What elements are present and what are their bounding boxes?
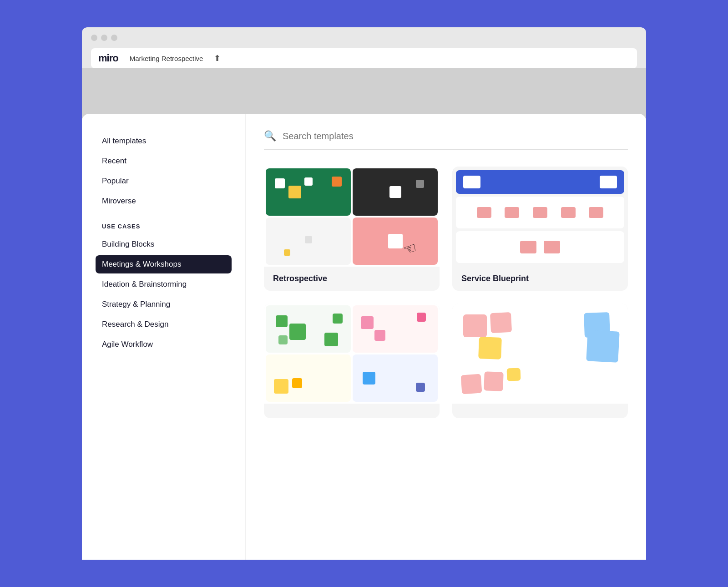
nav-all-templates[interactable]: All templates	[96, 132, 232, 150]
sidebar-item-building-blocks[interactable]: Building Blocks	[96, 235, 232, 253]
template-card-scatter[interactable]	[264, 304, 440, 418]
template-preview-scatter	[264, 304, 440, 404]
template-preview-service-blueprint	[452, 167, 628, 267]
template-preview-colorful	[452, 304, 628, 404]
template-label-scatter	[264, 404, 440, 418]
traffic-light-green[interactable]	[111, 35, 117, 41]
sidebar-item-research-design[interactable]: Research & Design	[96, 315, 232, 334]
search-input[interactable]	[283, 131, 628, 142]
miro-logo: miro	[98, 52, 118, 64]
sidebar-item-agile-workflow[interactable]: Agile Workflow	[96, 335, 232, 354]
template-card-colorful[interactable]	[452, 304, 628, 418]
traffic-light-red[interactable]	[91, 35, 97, 41]
search-icon: 🔍	[264, 130, 276, 142]
nav-recent[interactable]: Recent	[96, 152, 232, 170]
template-preview-retrospective: ☜	[264, 167, 440, 267]
main-panel: All templates Recent Popular Miroverse U…	[82, 114, 646, 560]
address-bar-divider	[124, 54, 124, 63]
template-label-service-blueprint: Service Blueprint	[452, 267, 628, 291]
template-label-retrospective: Retrospective	[264, 267, 440, 291]
browser-titlebar	[82, 27, 646, 48]
template-grid: ☜ Retrospective	[264, 167, 628, 418]
sidebar-item-strategy-planning[interactable]: Strategy & Planning	[96, 295, 232, 314]
nav-miroverse[interactable]: Miroverse	[96, 192, 232, 210]
template-label-colorful	[452, 404, 628, 418]
upload-icon[interactable]: ⬆	[214, 53, 221, 63]
content-area: 🔍	[246, 114, 646, 560]
traffic-light-yellow[interactable]	[101, 35, 107, 41]
browser-tab-title: Marketing Retrospective	[130, 55, 203, 62]
nav-popular[interactable]: Popular	[96, 172, 232, 190]
use-cases-heading: USE CASES	[102, 223, 232, 230]
search-bar: 🔍	[264, 130, 628, 150]
template-card-retrospective[interactable]: ☜ Retrospective	[264, 167, 440, 291]
sidebar-item-ideation-brainstorming[interactable]: Ideation & Brainstorming	[96, 275, 232, 294]
browser-address-bar: miro Marketing Retrospective ⬆	[91, 48, 637, 68]
template-card-service-blueprint[interactable]: Service Blueprint	[452, 167, 628, 291]
sidebar: All templates Recent Popular Miroverse U…	[82, 114, 246, 560]
browser-chrome: miro Marketing Retrospective ⬆	[82, 27, 646, 123]
sidebar-item-meetings-workshops[interactable]: Meetings & Workshops	[96, 255, 232, 273]
